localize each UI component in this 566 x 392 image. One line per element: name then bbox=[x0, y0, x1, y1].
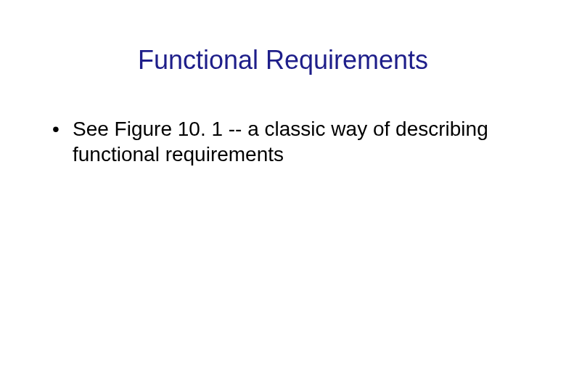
list-item: See Figure 10. 1 -- a classic way of des… bbox=[51, 116, 522, 167]
slide: Functional Requirements See Figure 10. 1… bbox=[0, 0, 566, 392]
slide-title: Functional Requirements bbox=[0, 45, 566, 75]
bullet-list: See Figure 10. 1 -- a classic way of des… bbox=[51, 116, 522, 167]
